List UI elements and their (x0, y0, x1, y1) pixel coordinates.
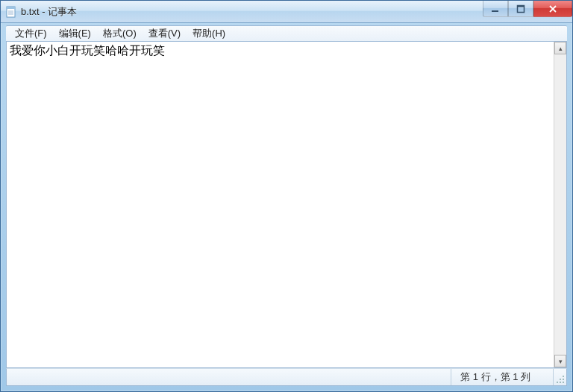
svg-rect-7 (518, 5, 525, 7)
cursor-position: 第 1 行，第 1 列 (451, 369, 553, 385)
svg-rect-5 (492, 10, 498, 12)
svg-point-13 (563, 382, 564, 383)
titlebar[interactable]: b.txt - 记事本 (1, 1, 572, 23)
svg-point-10 (563, 379, 564, 380)
svg-point-9 (560, 379, 561, 380)
maximize-button[interactable] (508, 1, 533, 17)
menubar: 文件(F) 编辑(E) 格式(O) 查看(V) 帮助(H) (6, 25, 567, 42)
menu-edit[interactable]: 编辑(E) (53, 26, 97, 41)
menu-help[interactable]: 帮助(H) (187, 26, 231, 41)
scroll-down-button[interactable]: ▾ (554, 355, 566, 367)
svg-point-8 (563, 376, 564, 377)
statusbar: 第 1 行，第 1 列 (6, 368, 567, 386)
resize-grip-icon[interactable] (553, 369, 566, 385)
text-editor[interactable]: 我爱你小白开玩笑哈哈开玩笑 (7, 42, 554, 367)
window-controls (483, 1, 572, 17)
editor-container: 我爱你小白开玩笑哈哈开玩笑 ▴ ▾ (6, 42, 567, 368)
scroll-track[interactable] (554, 54, 566, 355)
vertical-scrollbar[interactable]: ▴ ▾ (554, 42, 566, 367)
window-title: b.txt - 记事本 (21, 5, 77, 19)
close-button[interactable] (533, 1, 572, 17)
svg-point-12 (560, 382, 561, 383)
svg-rect-1 (7, 7, 15, 9)
notepad-window: b.txt - 记事本 文件(F) 编辑(E) 格式(O) 查看(V) 帮助(H… (0, 0, 573, 392)
notepad-icon (5, 6, 17, 18)
menu-view[interactable]: 查看(V) (143, 26, 187, 41)
scroll-up-button[interactable]: ▴ (554, 42, 566, 54)
menu-format[interactable]: 格式(O) (97, 26, 143, 41)
minimize-button[interactable] (483, 1, 508, 17)
svg-point-11 (557, 382, 558, 383)
menu-file[interactable]: 文件(F) (9, 26, 53, 41)
